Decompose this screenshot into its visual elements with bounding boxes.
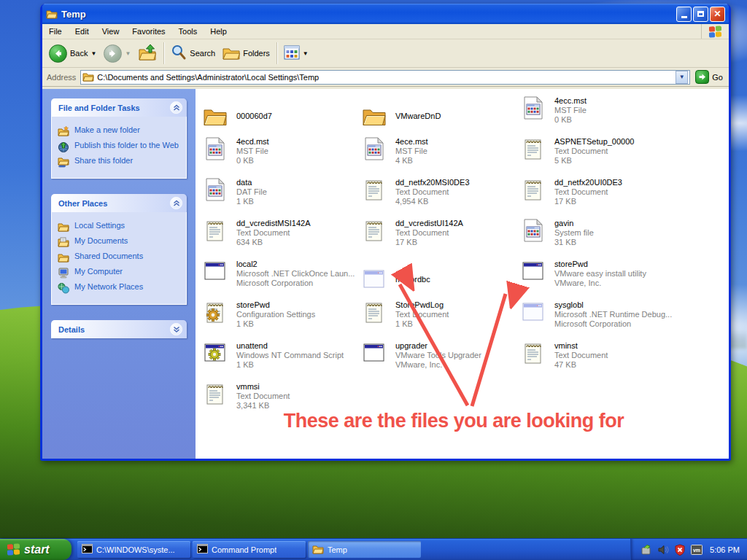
file-icon [203, 233, 228, 245]
file-VMwareDnD[interactable]: VMwareDnD [362, 96, 521, 136]
file-vminst[interactable]: vminst Text Document47 KB [521, 341, 680, 381]
chevron-up-icon[interactable] [170, 197, 182, 209]
start-button[interactable]: start [0, 539, 71, 560]
file-name: storePwd [236, 300, 315, 310]
chevron-up-icon[interactable] [170, 101, 182, 114]
file-name: vmmsi [236, 382, 290, 392]
taskbar-button-temp[interactable]: Temp [308, 541, 421, 558]
minimize-button[interactable] [676, 7, 692, 22]
panel-header[interactable]: File and Folder Tasks [51, 98, 187, 117]
sidebar-item-make-a-new-folder[interactable]: Make a new folder [58, 125, 183, 137]
file-data[interactable]: data DAT File1 KB [203, 177, 362, 218]
file-unattend[interactable]: unattend Windows NT Command Script1 KB [203, 341, 362, 381]
sidebar-item-local-settings[interactable]: Local Settings [58, 221, 183, 233]
file-4ece.mst[interactable]: 4ece.mst MST File4 KB [362, 136, 521, 177]
file-storePwd[interactable]: storePwd VMware easy install utilityVMwa… [521, 259, 680, 300]
clock[interactable]: 5:06 PM [710, 545, 740, 554]
panel-header[interactable]: Details [51, 320, 187, 338]
maximize-button[interactable] [693, 7, 708, 22]
menu-favorites[interactable]: Favorites [125, 25, 171, 38]
panel-title: File and Folder Tasks [58, 104, 140, 112]
taskbar-buttons: C:\WINDOWS\syste... Command Prompt Temp [71, 539, 630, 560]
folders-button[interactable]: Folders [219, 43, 274, 63]
file-detail: Text Document [554, 147, 634, 156]
close-button[interactable]: ✕ [710, 7, 725, 22]
file-icon [521, 151, 546, 163]
file-StorePwdLog[interactable]: StorePwdLog Text Document1 KB [362, 300, 521, 341]
explorer-window: Temp ✕ FileEditViewFavoritesToolsHelp Ba… [40, 4, 731, 461]
file-dd_netfx20MSI0DE3[interactable]: dd_netfx20MSI0DE3 Text Document4,954 KB [362, 177, 521, 218]
file-gavin[interactable]: gavin System file31 KB [521, 218, 680, 259]
file-mscordbc[interactable]: mscordbc [362, 259, 521, 300]
file-upgrader[interactable]: upgrader VMware Tools UpgraderVMware, In… [362, 341, 521, 381]
taskbar-button-c-windows-syste-[interactable]: C:\WINDOWS\syste... [77, 541, 190, 558]
sidebar-item-my-computer[interactable]: My Computer [58, 267, 183, 279]
sidebar-item-publish-this-folder-to-the-web[interactable]: Publish this folder to the Web [58, 141, 183, 152]
file-detail: VMware easy install utility [554, 269, 646, 279]
forward-button[interactable]: ▼ [100, 43, 134, 64]
folder-icon [312, 544, 324, 556]
file-detail: 1 KB [395, 319, 449, 329]
address-dropdown-icon[interactable]: ▼ [676, 71, 688, 84]
file-4ecc.mst[interactable]: 4ecc.mst MST File0 KB [521, 96, 680, 136]
vmware-vm-icon[interactable]: vm [690, 543, 703, 556]
menu-file[interactable]: File [42, 25, 69, 38]
file-name: data [236, 178, 267, 187]
file-name: local2 [236, 260, 355, 269]
file-ASPNETSetup_00000[interactable]: ASPNETSetup_00000 Text Document5 KB [521, 136, 680, 177]
file-000060d7[interactable]: 000060d7 [203, 96, 362, 136]
back-button[interactable]: Back ▼ [45, 43, 100, 64]
address-bar: Address C:\Documents and Settings\Admini… [42, 68, 729, 87]
security-shield-icon[interactable] [673, 543, 686, 556]
panel-title: Details [58, 325, 85, 334]
file-dd_vcredistMSI142A[interactable]: dd_vcredistMSI142A Text Document634 KB [203, 218, 362, 259]
file-name: unattend [236, 341, 344, 351]
go-button[interactable]: Go [694, 69, 727, 85]
file-name: 4ecc.mst [554, 96, 587, 106]
chevron-down-icon[interactable] [170, 323, 182, 335]
file-detail: 0 KB [554, 115, 587, 125]
taskbar-button-command-prompt[interactable]: Command Prompt [193, 541, 306, 558]
file-detail: Text Document [236, 392, 290, 401]
address-input[interactable]: C:\Documents and Settings\Administrator\… [80, 70, 690, 85]
file-name: dd_netfx20MSI0DE3 [395, 178, 470, 187]
sidebar-item-shared-documents[interactable]: Shared Documents [58, 252, 183, 263]
sidebar-item-my-network-places[interactable]: My Network Places [58, 282, 183, 294]
file-sysglobl[interactable]: sysglobl Microsoft .NET Runtime Debug...… [521, 300, 680, 341]
file-list-area[interactable]: 000060d7 4ecd.mst MST File0 KB [196, 89, 729, 459]
volume-icon[interactable] [657, 543, 669, 556]
menu-tools[interactable]: Tools [172, 25, 204, 38]
file-detail: 47 KB [554, 360, 608, 370]
file-name: upgrader [395, 341, 481, 351]
menu-bar: FileEditViewFavoritesToolsHelp [42, 24, 729, 39]
windows-flag-icon [7, 543, 20, 556]
file-detail: Text Document [395, 187, 470, 197]
file-storePwd[interactable]: storePwd Configuration Settings1 KB [203, 300, 362, 341]
up-button[interactable] [134, 42, 160, 65]
menu-help[interactable]: Help [204, 25, 233, 38]
file-4ecd.mst[interactable]: 4ecd.mst MST File0 KB [203, 136, 362, 177]
taskbar: start C:\WINDOWS\syste... Command Prompt… [0, 538, 747, 560]
views-dropdown-icon[interactable]: ▼ [303, 50, 309, 57]
file-detail: 0 KB [236, 156, 269, 166]
sidebar-item-share-this-folder[interactable]: Share this folder [58, 156, 183, 168]
title-bar[interactable]: Temp ✕ [42, 4, 729, 24]
views-button[interactable]: ▼ [280, 44, 312, 63]
file-icon [362, 233, 387, 245]
sidebar-item-my-documents[interactable]: My Documents [58, 236, 183, 248]
file-icon [362, 151, 387, 163]
back-label: Back [70, 49, 88, 58]
file-icon [203, 192, 228, 204]
file-icon [521, 110, 546, 122]
back-dropdown-icon[interactable]: ▼ [90, 50, 96, 57]
menu-view[interactable]: View [96, 25, 126, 38]
panel-header[interactable]: Other Places [51, 194, 187, 212]
vmware-tools-icon[interactable] [640, 543, 652, 556]
folders-label: Folders [243, 49, 270, 58]
menu-edit[interactable]: Edit [69, 25, 96, 38]
file-dd_vcredistUI142A[interactable]: dd_vcredistUI142A Text Document17 KB [362, 218, 521, 259]
file-local2[interactable]: local2 Microsoft .NET ClickOnce Laun...M… [203, 259, 362, 300]
folder-icon [82, 71, 94, 84]
file-dd_netfx20UI0DE3[interactable]: dd_netfx20UI0DE3 Text Document17 KB [521, 177, 680, 218]
search-button[interactable]: Search [167, 43, 219, 63]
